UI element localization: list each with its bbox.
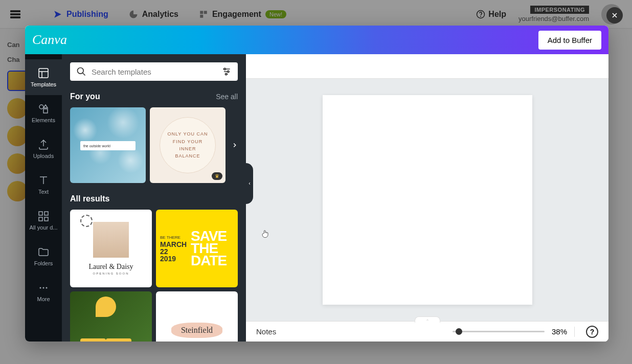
- template-inner-text: Steinfield: [181, 326, 213, 335]
- editor-sidenav: Templates Elements Uploads Text All your…: [25, 54, 62, 342]
- template-inner-text: Laurel & Daisy: [88, 263, 133, 271]
- template-card[interactable]: the outside world: [70, 107, 146, 183]
- svg-point-6: [39, 105, 43, 109]
- canvas-workspace[interactable]: [246, 79, 608, 321]
- close-icon: [611, 11, 619, 19]
- sidenav-label: Elements: [32, 117, 55, 123]
- canvas-footer: Notes 38% ?: [246, 321, 608, 342]
- svg-rect-5: [39, 69, 48, 78]
- template-card[interactable]: Steinfield: [156, 291, 238, 342]
- filter-icon[interactable]: [221, 66, 232, 77]
- for-you-row: the outside world ONLY YOU CAN FIND YOUR…: [70, 107, 238, 183]
- canva-logo: Canva: [32, 32, 67, 48]
- templates-icon: [37, 67, 50, 79]
- templates-panel: For you See all the outside world ONLY Y…: [62, 54, 246, 342]
- svg-point-12: [40, 287, 41, 289]
- svg-point-17: [228, 71, 229, 72]
- canvas-area: Notes 38% ?: [246, 54, 608, 342]
- svg-rect-8: [39, 212, 42, 215]
- modal-body: Templates Elements Uploads Text All your…: [25, 54, 608, 342]
- canva-modal: Canva Add to Buffer Templates Elements U…: [25, 26, 608, 342]
- template-image: [93, 222, 129, 258]
- sidenav-label: Folders: [34, 260, 53, 266]
- canvas-toolbar: [246, 54, 608, 79]
- scroll-right-button[interactable]: [229, 139, 241, 151]
- template-inner-text: the outside world: [80, 141, 136, 150]
- grid-icon: [37, 210, 50, 222]
- sidenav-label: All your d...: [29, 224, 57, 231]
- svg-point-18: [225, 73, 227, 75]
- sidenav-elements[interactable]: Elements: [25, 95, 62, 131]
- search-input[interactable]: [92, 67, 216, 76]
- decorative-circle: [80, 215, 93, 227]
- text-icon: [37, 174, 50, 187]
- elements-icon: [37, 103, 50, 115]
- notes-button[interactable]: Notes: [256, 327, 276, 336]
- sidenav-more[interactable]: More: [25, 274, 62, 310]
- template-card[interactable]: ONLY YOU CAN FIND YOUR INNER BALANCE ♛: [150, 107, 225, 183]
- all-results-header: All results: [70, 194, 238, 203]
- svg-point-16: [224, 68, 225, 70]
- results-grid: Laurel & Daisy OPENING SOON BE THERE MAR…: [70, 210, 238, 342]
- divider: [574, 327, 575, 337]
- sidenav-label: Uploads: [33, 153, 54, 159]
- sidenav-label: More: [37, 296, 50, 302]
- modal-header: Canva Add to Buffer: [25, 26, 608, 54]
- svg-point-14: [46, 287, 48, 289]
- template-inner-text: BE THERE MARCH 22 2019: [160, 235, 187, 262]
- sidenav-label: Templates: [31, 81, 56, 87]
- template-card[interactable]: [70, 291, 152, 342]
- help-button[interactable]: ?: [586, 326, 598, 338]
- collapse-panel-button[interactable]: [246, 163, 253, 204]
- premium-badge-icon: ♛: [212, 172, 222, 180]
- sidenav-all-your-designs[interactable]: All your d...: [25, 202, 62, 238]
- search-icon: [76, 66, 86, 77]
- folder-icon: [37, 246, 50, 258]
- template-card[interactable]: Laurel & Daisy OPENING SOON: [70, 210, 152, 287]
- for-you-header: For you See all: [70, 92, 238, 101]
- add-to-buffer-button[interactable]: Add to Buffer: [538, 31, 601, 50]
- decorative-shape: [96, 297, 116, 317]
- see-all-link[interactable]: See all: [216, 93, 238, 101]
- zoom-slider-thumb[interactable]: [456, 328, 462, 335]
- chevron-right-icon: [231, 142, 238, 149]
- template-inner-text: SAVETHEDATE: [191, 230, 227, 266]
- svg-rect-11: [44, 217, 48, 221]
- template-card[interactable]: BE THERE MARCH 22 2019 SAVETHEDATE: [156, 210, 238, 287]
- zoom-value[interactable]: 38%: [552, 327, 567, 336]
- template-inner-text: OPENING SOON: [93, 272, 129, 275]
- chevron-up-icon: [425, 318, 430, 322]
- sidenav-folders[interactable]: Folders: [25, 238, 62, 274]
- svg-rect-9: [44, 212, 48, 215]
- svg-rect-10: [39, 217, 42, 221]
- sidenav-text[interactable]: Text: [25, 167, 62, 202]
- section-title: All results: [70, 194, 109, 203]
- uploads-icon: [37, 139, 50, 151]
- zoom-slider[interactable]: [453, 331, 545, 332]
- sidenav-templates[interactable]: Templates: [25, 59, 62, 95]
- sidenav-label: Text: [38, 189, 49, 195]
- canvas-page[interactable]: [323, 95, 532, 305]
- svg-point-15: [78, 68, 84, 74]
- svg-point-13: [43, 287, 44, 289]
- svg-rect-7: [43, 109, 48, 113]
- template-inner-text: ONLY YOU CAN FIND YOUR INNER BALANCE: [160, 117, 216, 173]
- search-box[interactable]: [70, 62, 238, 81]
- footer-expand-handle[interactable]: [415, 316, 440, 323]
- zoom-controls: 38% ?: [453, 326, 598, 338]
- section-title: For you: [70, 92, 100, 101]
- more-icon: [37, 282, 50, 294]
- sidenav-uploads[interactable]: Uploads: [25, 131, 62, 167]
- close-button[interactable]: [606, 7, 623, 24]
- chevron-left-icon: [247, 181, 252, 186]
